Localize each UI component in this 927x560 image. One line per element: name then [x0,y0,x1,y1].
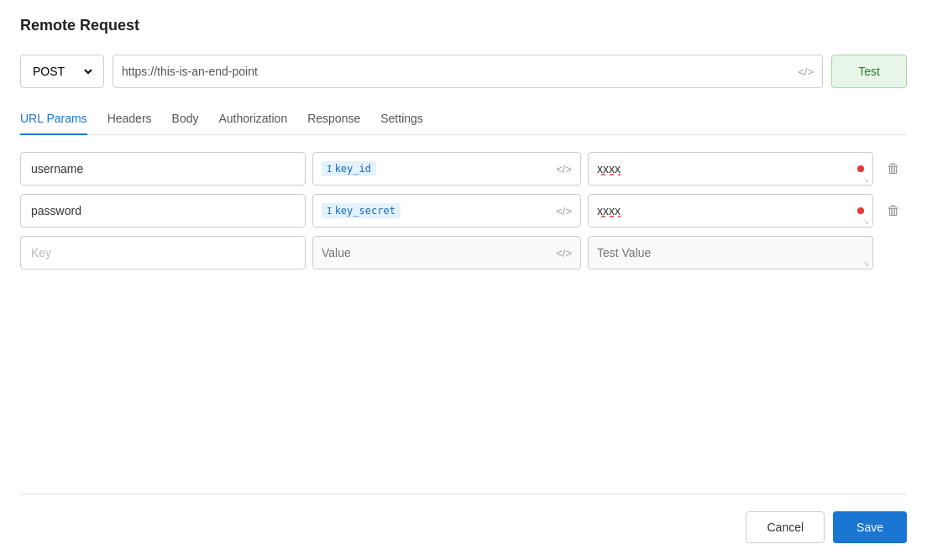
badge-text-1: key_id [335,163,371,175]
param-test-input-1[interactable] [597,162,852,175]
param-value-input-empty[interactable] [322,246,556,259]
tab-headers[interactable]: Headers [107,105,152,135]
badge-text-2: key_secret [335,205,395,217]
delete-row-1-button[interactable]: 🗑 [880,155,907,182]
param-test-input-empty[interactable] [597,246,864,259]
param-row-2: I key_secret </> ↘ 🗑 [20,194,907,228]
method-dropdown[interactable]: POST GET PUT DELETE PATCH [29,64,95,79]
badge-cursor-2: I [327,206,333,217]
param-test-wrapper-empty: ↘ [588,236,873,270]
error-dot-2 [857,207,864,214]
footer: Cancel Save [20,494,907,543]
tabs-bar: URL Params Headers Body Authorization Re… [20,105,907,135]
delete-row-2-button[interactable]: 🗑 [880,197,907,224]
url-bar: POST GET PUT DELETE PATCH </> Test [20,55,907,88]
param-value-wrapper-2: I key_secret </> [312,194,581,228]
error-dot-1 [857,165,864,172]
param-value-inner-empty [322,246,556,259]
resize-handle-2[interactable]: ↘ [862,217,871,225]
badge-cursor-1: I [327,164,333,175]
page-title: Remote Request [20,17,907,34]
resize-handle-empty[interactable]: ↘ [862,259,871,267]
cancel-button[interactable]: Cancel [746,511,825,543]
page-container: Remote Request POST GET PUT DELETE PATCH… [0,0,927,560]
value-code-icon-empty[interactable]: </> [556,247,572,259]
resize-handle-1[interactable]: ↘ [862,175,871,183]
param-value-wrapper-1: I key_id </> [312,152,581,186]
code-icon[interactable]: </> [798,65,814,78]
tab-response[interactable]: Response [307,105,360,135]
var-badge-1[interactable]: I key_id [322,161,376,176]
test-button[interactable]: Test [831,55,907,88]
tab-settings[interactable]: Settings [380,105,423,135]
param-key-empty[interactable] [20,236,306,270]
tab-url-params[interactable]: URL Params [20,105,87,135]
param-test-wrapper-1: ↘ [588,152,873,186]
tab-authorization[interactable]: Authorization [218,105,287,135]
param-test-wrapper-2: ↘ [588,194,873,228]
param-row-1: I key_id </> ↘ 🗑 [20,152,907,186]
param-value-wrapper-empty: </> [312,236,581,270]
params-grid: I key_id </> ↘ 🗑 I [20,152,907,494]
var-badge-2[interactable]: I key_secret [322,203,401,218]
param-test-input-2[interactable] [597,204,852,217]
url-input-wrapper: </> [113,55,823,88]
url-input[interactable] [122,65,798,78]
save-button[interactable]: Save [833,511,907,543]
value-code-icon-2[interactable]: </> [556,205,572,217]
param-row-empty: </> ↘ [20,236,907,270]
delete-icon-1: 🗑 [887,161,900,176]
delete-icon-2: 🗑 [887,203,900,218]
value-code-icon-1[interactable]: </> [556,163,572,175]
content-spacer [20,278,907,494]
tab-body[interactable]: Body [172,105,199,135]
param-key-2[interactable] [20,194,306,228]
param-key-1[interactable] [20,152,306,186]
param-value-inner-2: I key_secret [322,203,556,218]
method-select[interactable]: POST GET PUT DELETE PATCH [20,55,104,88]
param-value-inner-1: I key_id [322,161,556,176]
